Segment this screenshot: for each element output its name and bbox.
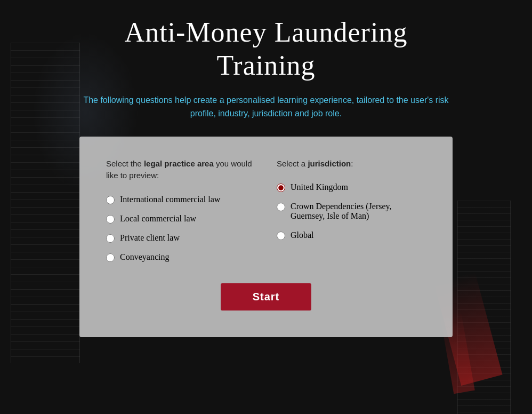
- main-content: Anti-Money Laundering Training The follo…: [0, 0, 532, 337]
- jurisdiction-option-uk[interactable]: United Kingdom: [277, 182, 426, 192]
- practice-area-radio-group: International commercial law Local comme…: [106, 195, 255, 262]
- form-card: Select the legal practice area you would…: [79, 137, 453, 337]
- practice-area-option-pcl[interactable]: Private client law: [106, 233, 255, 243]
- practice-area-label-icl: International commercial law: [120, 195, 220, 204]
- jurisdiction-option-crown[interactable]: Crown Dependencies (Jersey, Guernsey, Is…: [277, 202, 426, 221]
- start-button[interactable]: Start: [221, 283, 312, 310]
- practice-area-option-conv[interactable]: Conveyancing: [106, 252, 255, 262]
- practice-area-label-pcl: Private client law: [120, 233, 180, 243]
- practice-area-option-icl[interactable]: International commercial law: [106, 195, 255, 204]
- jurisdiction-label-uk: United Kingdom: [291, 182, 348, 192]
- jurisdiction-label-global: Global: [291, 230, 314, 240]
- start-button-row: Start: [106, 283, 426, 310]
- jurisdiction-column: Select a jurisdiction: United Kingdom Cr…: [277, 158, 426, 262]
- jurisdiction-option-global[interactable]: Global: [277, 230, 426, 240]
- jurisdiction-label: Select a jurisdiction:: [277, 158, 426, 170]
- practice-area-label-lcl: Local commercial law: [120, 214, 196, 224]
- jurisdiction-label-crown: Crown Dependencies (Jersey, Guernsey, Is…: [291, 202, 426, 221]
- practice-area-column: Select the legal practice area you would…: [106, 158, 255, 262]
- jurisdiction-radio-group: United Kingdom Crown Dependencies (Jerse…: [277, 182, 426, 240]
- subtitle-text: The following questions help create a pe…: [79, 93, 453, 121]
- practice-area-label: Select the legal practice area you would…: [106, 158, 255, 182]
- practice-area-option-lcl[interactable]: Local commercial law: [106, 214, 255, 224]
- practice-area-label-conv: Conveyancing: [120, 252, 169, 262]
- form-columns: Select the legal practice area you would…: [106, 158, 426, 262]
- page-title: Anti-Money Laundering Training: [125, 16, 408, 83]
